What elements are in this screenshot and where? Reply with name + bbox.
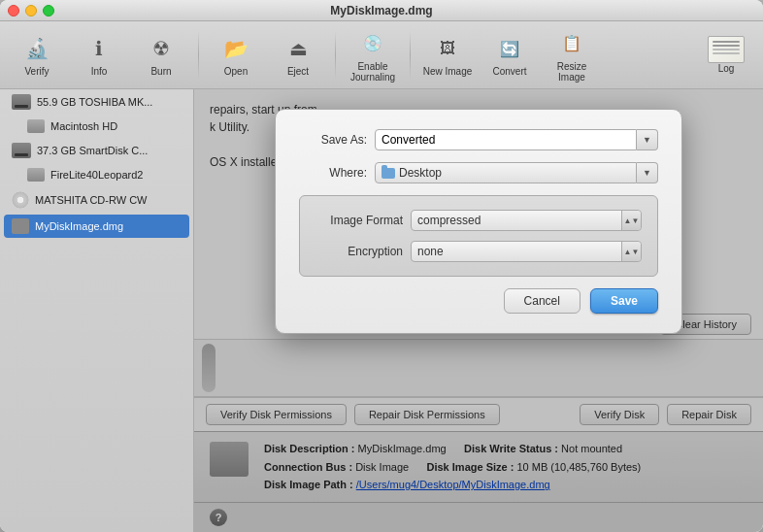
sidebar: 55.9 GB TOSHIBA MK... Macintosh HD 37.3 … — [0, 89, 194, 532]
save-as-label: Save As: — [299, 133, 367, 147]
save-button[interactable]: Save — [590, 288, 658, 314]
convert-label: Convert — [492, 66, 526, 77]
save-as-dropdown-button[interactable]: ▼ — [637, 129, 658, 150]
burn-icon: ☢ — [146, 33, 177, 64]
main-window: MyDiskImage.dmg 🔬 Verify ℹ Info ☢ Burn 📂… — [0, 0, 763, 532]
save-as-row: Save As: ▼ — [299, 129, 658, 150]
where-input-group: Desktop ▼ — [375, 162, 658, 183]
where-label: Where: — [299, 166, 367, 180]
sidebar-item-disk1[interactable]: 55.9 GB TOSHIBA MK... — [4, 90, 189, 114]
toolbar-separator-3 — [410, 31, 411, 80]
open-label: Open — [224, 66, 248, 77]
encryption-select[interactable]: none ▲▼ — [411, 241, 642, 262]
where-row: Where: Desktop ▼ — [299, 162, 658, 183]
eject-icon: ⏏ — [282, 33, 314, 64]
image-format-value: compressed — [417, 214, 481, 227]
content-area: repairs, start up from k Utility. OS X i… — [194, 89, 763, 532]
hd-icon — [27, 119, 45, 133]
encryption-row: Encryption none ▲▼ — [315, 241, 642, 262]
image-format-select[interactable]: compressed ▲▼ — [411, 210, 642, 231]
sidebar-item-disk2[interactable]: 37.3 GB SmartDisk C... — [4, 139, 189, 162]
sidebar-item-cdrom[interactable]: MATSHITA CD-RW CW — [4, 187, 189, 213]
burn-label: Burn — [150, 66, 171, 77]
chevron-up-down-icon: ▲▼ — [624, 216, 640, 225]
sidebar-item-disk1-label: 55.9 GB TOSHIBA MK... — [37, 96, 152, 108]
where-dropdown-button[interactable]: ▼ — [637, 162, 658, 183]
sidebar-item-mac-hd-label: Macintosh HD — [50, 120, 117, 132]
sidebar-item-firelite[interactable]: FireLite40Leopard2 — [4, 164, 189, 185]
enable-journaling-label: Enable Journaling — [344, 61, 402, 83]
dialog-overlay: Save As: ▼ Where: Desktop — [194, 89, 763, 532]
image-format-arrow: ▲▼ — [621, 211, 641, 230]
toolbar: 🔬 Verify ℹ Info ☢ Burn 📂 Open ⏏ Eject 💿 … — [0, 21, 763, 89]
close-button[interactable] — [8, 5, 19, 17]
eject-label: Eject — [287, 66, 309, 77]
toolbar-open[interactable]: 📂 Open — [207, 27, 265, 83]
window-title: MyDiskImage.dmg — [330, 4, 432, 17]
cdrom-icon — [12, 191, 29, 209]
main-content: 55.9 GB TOSHIBA MK... Macintosh HD 37.3 … — [0, 89, 763, 532]
sidebar-item-dmg-label: MyDiskImage.dmg — [35, 220, 123, 232]
open-icon: 📂 — [220, 33, 251, 64]
minimize-button[interactable] — [25, 5, 37, 17]
toolbar-resize-image[interactable]: 📋 Resize Image — [543, 27, 601, 83]
sidebar-item-mac-hd[interactable]: Macintosh HD — [4, 116, 189, 137]
image-format-label: Image Format — [315, 214, 403, 227]
convert-dialog: Save As: ▼ Where: Desktop — [275, 109, 682, 334]
toolbar-separator-1 — [198, 31, 199, 80]
save-as-input[interactable] — [375, 129, 637, 150]
firelite-icon — [27, 168, 45, 182]
where-select[interactable]: Desktop — [375, 162, 637, 183]
where-value: Desktop — [399, 166, 442, 180]
format-encryption-panel: Image Format compressed ▲▼ Encryption — [299, 195, 658, 277]
toolbar-convert[interactable]: 🔄 Convert — [481, 27, 539, 83]
toolbar-burn[interactable]: ☢ Burn — [132, 27, 190, 83]
sidebar-item-disk2-label: 37.3 GB SmartDisk C... — [37, 145, 148, 156]
folder-icon — [382, 168, 395, 179]
new-image-label: New Image — [423, 66, 473, 77]
encryption-arrow: ▲▼ — [621, 242, 641, 261]
toolbar-separator-2 — [335, 31, 336, 80]
titlebar: MyDiskImage.dmg — [0, 0, 763, 21]
encryption-value: none — [417, 245, 444, 258]
info-label: Info — [91, 66, 108, 77]
verify-label: Verify — [24, 66, 49, 77]
encryption-label: Encryption — [315, 245, 403, 258]
save-as-input-group: ▼ — [375, 129, 658, 150]
resize-image-icon: 📋 — [556, 28, 587, 59]
toolbar-enable-journaling[interactable]: 💿 Enable Journaling — [344, 27, 402, 83]
resize-image-label: Resize Image — [543, 61, 601, 83]
info-icon: ℹ — [83, 33, 115, 64]
verify-icon: 🔬 — [21, 33, 52, 64]
sidebar-item-firelite-label: FireLite40Leopard2 — [50, 169, 143, 181]
chevron-up-down-icon-2: ▲▼ — [624, 248, 640, 256]
toolbar-info[interactable]: ℹ Info — [70, 27, 128, 83]
toolbar-new-image[interactable]: 🖼 New Image — [418, 27, 477, 83]
disk2-icon — [12, 143, 31, 158]
toolbar-eject[interactable]: ⏏ Eject — [269, 27, 327, 83]
toolbar-log[interactable]: Log — [697, 27, 755, 83]
cancel-button[interactable]: Cancel — [504, 288, 581, 314]
image-format-row: Image Format compressed ▲▼ — [315, 210, 642, 231]
sidebar-item-cdrom-label: MATSHITA CD-RW CW — [35, 194, 148, 206]
convert-icon: 🔄 — [494, 33, 525, 64]
log-icon — [708, 36, 745, 63]
toolbar-verify[interactable]: 🔬 Verify — [8, 27, 66, 83]
enable-journaling-icon: 💿 — [357, 28, 388, 59]
window-controls — [8, 5, 54, 17]
new-image-icon: 🖼 — [432, 33, 463, 64]
dialog-buttons: Cancel Save — [299, 288, 658, 314]
dmg-icon — [12, 218, 29, 234]
log-label: Log — [718, 63, 735, 74]
disk-icon — [12, 94, 31, 110]
maximize-button[interactable] — [43, 5, 54, 17]
sidebar-item-dmg[interactable]: MyDiskImage.dmg — [4, 215, 189, 238]
